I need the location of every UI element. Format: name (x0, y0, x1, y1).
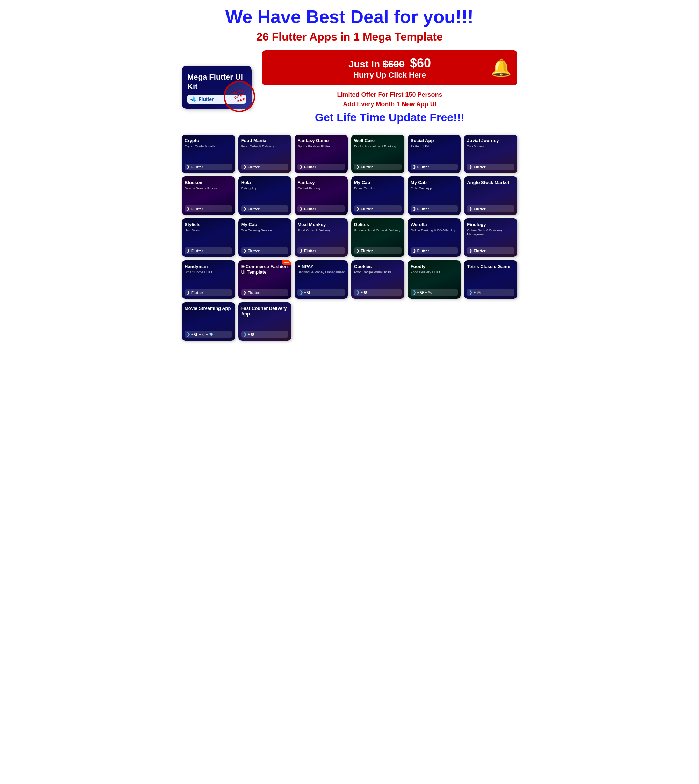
footer-label: Flutter (474, 165, 485, 169)
app-desc: Trip Booking (467, 144, 515, 149)
plus-icon: + (417, 291, 419, 294)
app-desc: Crypto Trade & wallet (184, 144, 232, 149)
app-desc: Online Banking & E-Wallet App (411, 228, 458, 232)
plus-icon: + (248, 332, 250, 336)
app-card-crypto[interactable]: Crypto Crypto Trade & wallet ❯ Flutter (182, 134, 235, 173)
app-name: Blossom (184, 180, 232, 185)
app-card-movie-streaming[interactable]: Movie Streaming App ❯ + 🅕 + ◇ + 💎 (182, 302, 235, 341)
app-footer: ❯ Flutter (184, 289, 232, 296)
app-card-angle-stock[interactable]: Angle Stock Market ❯ Flutter (464, 177, 517, 215)
flutter-f-icon: ❯ (187, 332, 190, 337)
app-card-fantasy-cricket[interactable]: Fantasy Cricket Fantasy ❯ Flutter (295, 177, 348, 215)
flutter-f-icon: ❯ (300, 207, 303, 211)
app-desc: Hair Salon (184, 228, 232, 232)
app-name: Well Care (354, 138, 402, 144)
plus-icon: + (191, 332, 193, 336)
app-card-mycab-driver[interactable]: My Cab Driver Taxi App ❯ Flutter (351, 177, 404, 215)
limited-offer-text: Limited Offer For First 150 Persons Add … (262, 90, 517, 109)
app-footer: ❯ Flutter (297, 205, 345, 212)
right-section: Just In $600 $60 Hurry Up Click Here 🔔 L… (262, 50, 517, 124)
bell-icon: 🔔 (491, 58, 512, 78)
flutter-f-icon: ❯ (243, 332, 247, 337)
app-name: E-Commerce Fashion UI Template (241, 264, 289, 275)
app-name: My Cab (354, 180, 402, 185)
app-name: Handyman (184, 264, 232, 270)
app-card-hola[interactable]: Hola Dating App ❯ Flutter (239, 177, 292, 215)
app-footer: ❯ Flutter (297, 247, 345, 254)
footer-label: Flutter (248, 207, 260, 211)
figma-icon: 🅕 (421, 291, 424, 294)
app-desc: Smart Home UI Kit (184, 270, 232, 274)
footer-label: Flutter (248, 291, 260, 295)
app-footer: ❯ Flutter (241, 205, 289, 212)
app-card-well-care[interactable]: Well Care Doctor Appointment Booking ❯ F… (351, 134, 404, 173)
stamp-circle: SPECIALOFFER★★★ (219, 76, 259, 116)
footer-label: Flutter (304, 207, 316, 211)
footer-label: Flutter (248, 249, 260, 253)
app-card-delites[interactable]: Delites Grocery, Food Order & Delivery ❯… (351, 218, 404, 257)
footer-label: Flutter (191, 165, 203, 169)
app-card-werolla[interactable]: Werolla Online Banking & E-Wallet App ❯ … (408, 218, 461, 257)
footer-label: Flutter (191, 249, 203, 253)
app-name: Delites (354, 222, 402, 227)
flutter-f-icon: ❯ (243, 290, 247, 295)
footer-label: Flutter (417, 207, 429, 211)
app-card-finpay[interactable]: FINPAY Banking, e-Money Management ❯ + 🅕 (295, 260, 348, 299)
app-card-fantasy-game[interactable]: Fantasy Game Sports Fantasy Flutter ❯ Fl… (295, 134, 348, 173)
flutter-f-icon: ❯ (300, 165, 303, 169)
app-footer: ❯ Flutter (411, 164, 458, 170)
app-name: Tetris Classic Game (467, 264, 515, 270)
app-desc: Taxi Booking Service (241, 228, 289, 232)
plus-icon: + (304, 291, 306, 294)
plus-icon3: + (206, 332, 208, 336)
app-name: Finology (467, 222, 515, 227)
app-card-cookies[interactable]: Cookies Food Recipe Premium KIT ❯ + 🅕 (351, 260, 404, 299)
app-card-meal-monkey[interactable]: Meal Monkey Food Order & Delivery ❯ Flut… (295, 218, 348, 257)
app-footer: ❯ Flutter (411, 247, 458, 254)
app-card-handyman[interactable]: Handyman Smart Home UI Kit ❯ Flutter (182, 260, 235, 299)
app-card-blossom[interactable]: Blossom Beauty Brands Product ❯ Flutter (182, 177, 235, 215)
app-name: Food Mania (241, 138, 289, 144)
price-cta: Hurry Up Click Here (270, 71, 509, 79)
app-card-stylicle[interactable]: Stylicle Hair Salon ❯ Flutter (182, 218, 235, 257)
price-box[interactable]: Just In $600 $60 Hurry Up Click Here 🔔 (262, 50, 517, 85)
plus-icon2: + (199, 332, 201, 336)
app-card-ecommerce-fashion[interactable]: New E-Commerce Fashion UI Template ❯ Flu… (239, 260, 292, 299)
app-name: Fast Courier Delivery App (241, 306, 289, 316)
game-icon: 🎮 (477, 291, 481, 294)
app-name: Foodly (411, 264, 458, 270)
footer-label: Flutter (191, 207, 203, 211)
app-footer: ❯ Flutter (241, 289, 289, 296)
app-card-mycab-rider[interactable]: My Cab Rider Taxi App ❯ Flutter (408, 177, 461, 215)
app-card-mycab-taxi[interactable]: My Cab Taxi Booking Service ❯ Flutter (239, 218, 292, 257)
app-card-finology[interactable]: Finology Online Bank & E-Money Managemen… (464, 218, 517, 257)
stamp-text: SPECIALOFFER★★★ (231, 88, 248, 104)
app-card-food-mania[interactable]: Food Mania Food Order & Delivery ❯ Flutt… (239, 134, 292, 173)
app-desc: Banking, e-Money Management (297, 270, 345, 274)
app-card-foodly[interactable]: Foodly Food Delivery UI Kit ❯ + 🅕 + Xd (408, 260, 461, 299)
flutter-f-icon: ❯ (187, 165, 190, 169)
footer-label: Flutter (304, 165, 316, 169)
app-card-fast-courier[interactable]: Fast Courier Delivery App ❯ + 🅕 (239, 302, 292, 341)
app-footer: ❯ Flutter (354, 205, 402, 212)
app-name: Hola (241, 180, 289, 185)
app-footer: ❯ Flutter (467, 205, 515, 212)
app-card-jovial-journey[interactable]: Jovial Journey Trip Booking ❯ Flutter (464, 134, 517, 173)
footer-label: Flutter (361, 207, 373, 211)
app-footer: ❯ Flutter (184, 205, 232, 212)
app-name: Stylicle (184, 222, 232, 227)
sketch-icon: ◇ (202, 332, 205, 336)
footer-label: Flutter (248, 165, 260, 169)
app-card-tetris[interactable]: Tetris Classic Game ❯ + 🎮 (464, 260, 517, 299)
app-desc: Driver Taxi App (354, 186, 402, 190)
flutter-f-icon: ❯ (243, 165, 247, 169)
figma-icon: 🅕 (194, 332, 198, 336)
figma-icon: 🅕 (307, 291, 311, 294)
figma-icon: 🅕 (364, 291, 367, 294)
flutter-f-icon: ❯ (413, 290, 416, 295)
app-card-social-app[interactable]: Social App Flutter UI Kit ❯ Flutter (408, 134, 461, 173)
app-footer-multi: ❯ + 🎮 (467, 289, 515, 296)
footer-label: Flutter (417, 249, 429, 253)
plus-icon2: + (425, 291, 427, 294)
plus-icon: + (361, 291, 363, 294)
